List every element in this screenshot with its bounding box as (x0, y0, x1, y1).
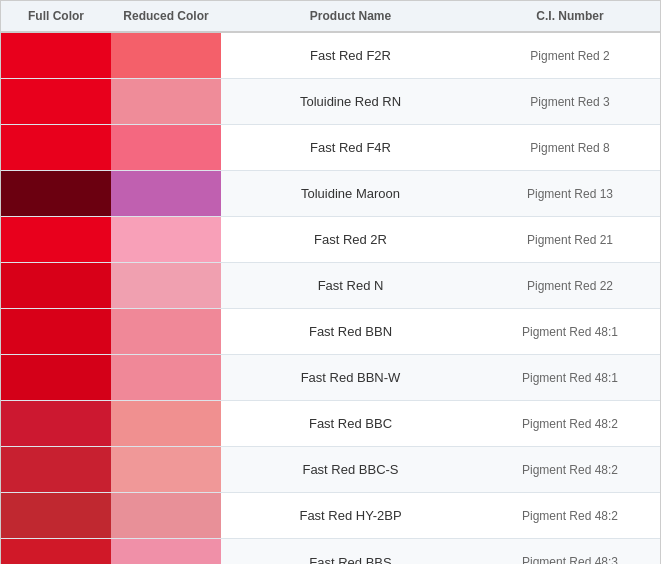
header-ci-number: C.I. Number (480, 1, 660, 31)
reduced-color-swatch (111, 217, 221, 262)
product-name-cell: Fast Red BBN-W (221, 355, 480, 400)
full-color-swatch (1, 493, 111, 538)
table-row: Fast Red BBN-W Pigment Red 48:1 (1, 355, 660, 401)
table-row: Fast Red BBS Pigment Red 48:3 (1, 539, 660, 564)
reduced-color-swatch (111, 309, 221, 354)
reduced-color-swatch (111, 33, 221, 78)
reduced-color-swatch (111, 171, 221, 216)
ci-number-cell: Pigment Red 21 (480, 217, 660, 262)
reduced-color-swatch (111, 79, 221, 124)
table-row: Fast Red BBC Pigment Red 48:2 (1, 401, 660, 447)
product-name-cell: Fast Red HY-2BP (221, 493, 480, 538)
product-name-cell: Fast Red F4R (221, 125, 480, 170)
table-body: Fast Red F2R Pigment Red 2 Toluidine Red… (1, 33, 660, 564)
full-color-swatch (1, 401, 111, 446)
table-header: Full Color Reduced Color Product Name C.… (1, 1, 660, 33)
full-color-swatch (1, 171, 111, 216)
ci-number-cell: Pigment Red 3 (480, 79, 660, 124)
reduced-color-swatch (111, 355, 221, 400)
full-color-swatch (1, 79, 111, 124)
header-product-name: Product Name (221, 1, 480, 31)
header-reduced-color: Reduced Color (111, 1, 221, 31)
ci-number-cell: Pigment Red 48:1 (480, 355, 660, 400)
full-color-swatch (1, 309, 111, 354)
product-name-cell: Toluidine Maroon (221, 171, 480, 216)
full-color-swatch (1, 217, 111, 262)
ci-number-cell: Pigment Red 48:2 (480, 447, 660, 492)
full-color-swatch (1, 125, 111, 170)
table-row: Fast Red 2R Pigment Red 21 (1, 217, 660, 263)
table-row: Toluidine Maroon Pigment Red 13 (1, 171, 660, 217)
table-row: Fast Red HY-2BP Pigment Red 48:2 (1, 493, 660, 539)
product-name-cell: Fast Red BBS (221, 539, 480, 564)
product-name-cell: Fast Red BBC-S (221, 447, 480, 492)
ci-number-cell: Pigment Red 48:3 (480, 539, 660, 564)
ci-number-cell: Pigment Red 2 (480, 33, 660, 78)
ci-number-cell: Pigment Red 8 (480, 125, 660, 170)
ci-number-cell: Pigment Red 48:2 (480, 493, 660, 538)
color-table: Full Color Reduced Color Product Name C.… (0, 0, 661, 564)
product-name-cell: Toluidine Red RN (221, 79, 480, 124)
table-row: Fast Red N Pigment Red 22 (1, 263, 660, 309)
full-color-swatch (1, 447, 111, 492)
table-row: Fast Red F2R Pigment Red 2 (1, 33, 660, 79)
full-color-swatch (1, 263, 111, 308)
table-row: Fast Red BBC-S Pigment Red 48:2 (1, 447, 660, 493)
reduced-color-swatch (111, 263, 221, 308)
reduced-color-swatch (111, 493, 221, 538)
header-full-color: Full Color (1, 1, 111, 31)
full-color-swatch (1, 539, 111, 564)
product-name-cell: Fast Red N (221, 263, 480, 308)
ci-number-cell: Pigment Red 22 (480, 263, 660, 308)
reduced-color-swatch (111, 539, 221, 564)
product-name-cell: Fast Red F2R (221, 33, 480, 78)
full-color-swatch (1, 33, 111, 78)
reduced-color-swatch (111, 401, 221, 446)
reduced-color-swatch (111, 125, 221, 170)
ci-number-cell: Pigment Red 48:2 (480, 401, 660, 446)
ci-number-cell: Pigment Red 48:1 (480, 309, 660, 354)
table-row: Fast Red F4R Pigment Red 8 (1, 125, 660, 171)
ci-number-cell: Pigment Red 13 (480, 171, 660, 216)
full-color-swatch (1, 355, 111, 400)
table-row: Toluidine Red RN Pigment Red 3 (1, 79, 660, 125)
table-row: Fast Red BBN Pigment Red 48:1 (1, 309, 660, 355)
product-name-cell: Fast Red 2R (221, 217, 480, 262)
product-name-cell: Fast Red BBN (221, 309, 480, 354)
reduced-color-swatch (111, 447, 221, 492)
product-name-cell: Fast Red BBC (221, 401, 480, 446)
